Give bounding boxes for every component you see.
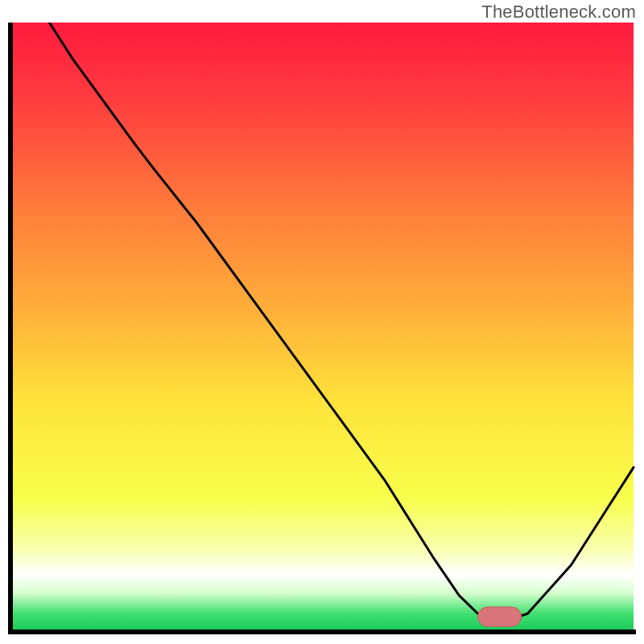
chart-plot-area (8, 23, 636, 634)
watermark-text: TheBottleneck.com (481, 2, 636, 23)
svg-rect-0 (10, 23, 634, 632)
chart-container: TheBottleneck.com (0, 0, 644, 644)
chart-svg (8, 23, 636, 634)
optimal-marker (478, 607, 522, 626)
